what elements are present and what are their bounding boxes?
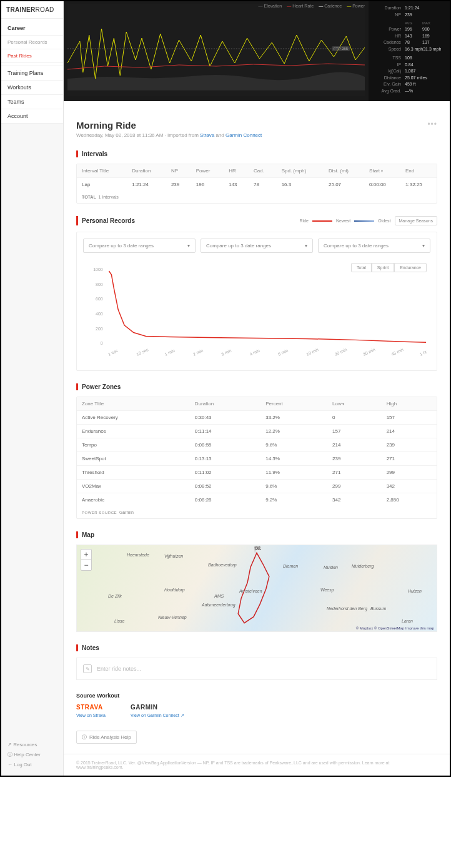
date-range-dropdown-3[interactable]: Compare up to 3 date ranges▾ xyxy=(318,239,430,253)
svg-text:0: 0 xyxy=(101,341,103,345)
zones-table: Zone TitleDurationPercentLowHigh Active … xyxy=(77,397,437,506)
chart-legend: Elevation Heart Rate Cadence Power xyxy=(258,4,365,8)
table-row[interactable]: Active Recovery0:30:4333.2%0157 xyxy=(77,411,437,425)
date-range-dropdown-1[interactable]: Compare up to 3 date ranges▾ xyxy=(83,239,196,253)
pr-chart[interactable]: 10008006004002000 1 sec15 sec1 min2 min3… xyxy=(84,263,429,363)
more-menu-icon[interactable]: ••• xyxy=(427,120,437,129)
notes-heading: Notes xyxy=(76,644,437,651)
subtitle: Wednesday, May 02, 2018 at 11:36 AM · Im… xyxy=(76,132,262,138)
table-row[interactable]: Endurance0:11:1412.2%157214 xyxy=(77,425,437,438)
chevron-down-icon: ▾ xyxy=(187,243,190,249)
svg-text:3 min: 3 min xyxy=(221,348,232,357)
sidebar-help[interactable]: ⓘ Help Center xyxy=(7,749,57,760)
tab-endurance[interactable]: Endurance xyxy=(394,263,427,272)
nav-teams[interactable]: Teams xyxy=(1,95,63,109)
table-row[interactable]: SweetSpot0:13:1314.3%239271 xyxy=(77,452,437,466)
notes-input[interactable]: ✎ Enter ride notes... xyxy=(76,658,437,680)
svg-text:10 min: 10 min xyxy=(305,347,319,357)
ride-analysis-help-button[interactable]: ⓘRide Analysis Help xyxy=(76,731,137,744)
map-attribution: © Mapbox © OpenStreetMap Improve this ma… xyxy=(356,626,434,630)
ride-chart[interactable] xyxy=(67,4,365,96)
svg-text:4 min: 4 min xyxy=(249,348,260,357)
table-row[interactable]: Anaerobic0:08:289.2%3422,850 xyxy=(77,493,437,507)
svg-text:5 min: 5 min xyxy=(277,348,289,357)
svg-text:1000: 1000 xyxy=(93,267,102,272)
sidebar-resources[interactable]: ↗ Resources xyxy=(7,740,57,749)
nav-account[interactable]: Account xyxy=(1,109,63,124)
garmin-brand: GARMIN xyxy=(131,704,184,711)
svg-text:30 min: 30 min xyxy=(362,347,376,357)
table-row[interactable]: Lap1:21:242391961437816.325.070:00:001:3… xyxy=(77,178,437,192)
svg-text:2 min: 2 min xyxy=(192,348,204,357)
table-row[interactable]: Tempo0:08:559.6%214239 xyxy=(77,438,437,452)
svg-text:200: 200 xyxy=(96,327,103,331)
tab-total[interactable]: Total xyxy=(351,263,372,272)
strava-link[interactable]: Strava xyxy=(200,132,214,138)
svg-text:15 sec: 15 sec xyxy=(136,347,149,357)
tab-sprint[interactable]: Sprint xyxy=(372,263,394,272)
chevron-down-icon: ▾ xyxy=(305,243,307,249)
pr-heading: Personal Records Ride Newest Oldest Mana… xyxy=(76,216,437,225)
svg-text:1 min: 1 min xyxy=(164,348,176,357)
source-heading: Source Workout xyxy=(76,693,437,699)
nav-past-rides[interactable]: Past Rides xyxy=(1,49,63,63)
footer: © 2015 TrainerRoad, LLC. Ver. @ViewBag.A… xyxy=(64,754,450,776)
svg-text:1 sec: 1 sec xyxy=(107,348,119,357)
svg-text:400: 400 xyxy=(96,312,103,316)
svg-text:20 min: 20 min xyxy=(334,347,348,357)
date-range-dropdown-2[interactable]: Compare up to 3 date ranges▾ xyxy=(201,239,313,253)
help-icon: ⓘ xyxy=(82,734,87,741)
stats-panel: Duration1:21:24 NP239 AVGMAX Power196990… xyxy=(369,1,450,101)
svg-text:600: 600 xyxy=(96,297,103,301)
nav-training-plans[interactable]: Training Plans xyxy=(1,66,63,81)
map-heading: Map xyxy=(76,531,437,538)
table-row[interactable]: Threshold0:11:0211.9%271299 xyxy=(77,466,437,480)
garmin-link[interactable]: Garmin Connect xyxy=(226,132,262,138)
chevron-down-icon: ▾ xyxy=(422,243,425,249)
svg-text:1 hr: 1 hr xyxy=(419,349,428,357)
page-title: Morning Ride xyxy=(76,120,262,131)
svg-text:800: 800 xyxy=(96,282,103,287)
view-on-garmin-link[interactable]: View on Garmin Connect ↗ xyxy=(131,713,184,718)
nav-workouts[interactable]: Workouts xyxy=(1,81,63,95)
strava-brand: STRAVA xyxy=(76,704,106,711)
view-on-strava-link[interactable]: View on Strava xyxy=(76,713,106,718)
svg-text:🏁: 🏁 xyxy=(254,545,262,553)
svg-text:45 min: 45 min xyxy=(390,347,404,357)
ride-chart-panel: Elevation Heart Rate Cadence Power FTP 2… xyxy=(64,1,450,101)
sidebar: TRAINERROAD Career Personal Records Past… xyxy=(1,1,64,776)
map[interactable]: + − 🏁 HeemstedeVijfhuizenBadhoevedorpDie… xyxy=(76,545,437,632)
sidebar-logout[interactable]: ← Log Out xyxy=(7,760,57,769)
logo: TRAINERROAD xyxy=(1,1,63,19)
nav-career[interactable]: Career xyxy=(1,21,63,36)
zones-heading: Power Zones xyxy=(76,383,437,390)
intervals-heading: Intervals xyxy=(76,150,437,157)
edit-icon: ✎ xyxy=(83,664,92,673)
manage-seasons-button[interactable]: Manage Seasons xyxy=(395,216,437,225)
table-row[interactable]: VO2Max0:08:529.6%299342 xyxy=(77,480,437,493)
nav-personal-records[interactable]: Personal Records xyxy=(1,36,63,49)
intervals-table: Interval TitleDurationNPPowerHRCad.Spd. … xyxy=(77,164,437,191)
ftp-badge: FTP 285 xyxy=(332,46,350,51)
